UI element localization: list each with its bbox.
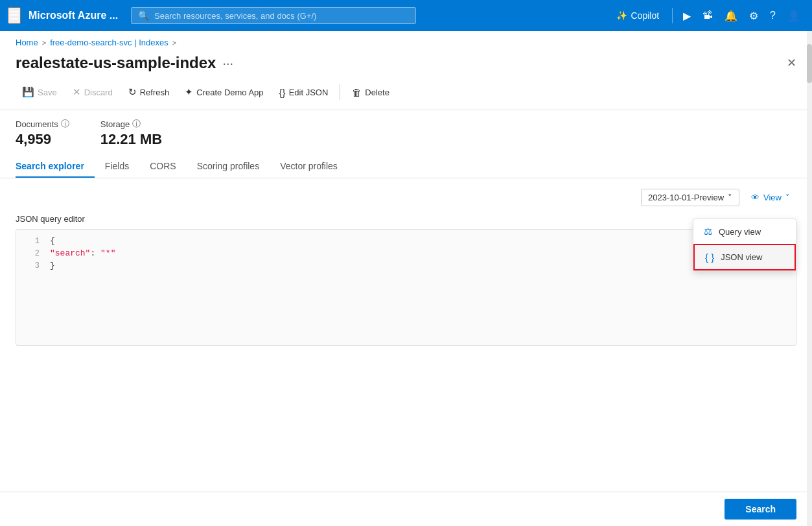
tab-vector-profiles[interactable]: Vector profiles	[270, 156, 348, 178]
view-chevron-icon: ˅	[785, 193, 790, 202]
topbar: ☰ Microsoft Azure ... 🔍 ✨ Copilot ▶ 📽 🔔 …	[0, 0, 812, 31]
feedback-icon-btn[interactable]: 📽	[699, 6, 717, 25]
page-header: realestate-us-sample-index ··· ✕	[0, 51, 812, 77]
settings-icon-btn[interactable]: ⚙	[745, 6, 762, 26]
breadcrumb-home[interactable]: Home	[16, 38, 38, 47]
tabs: Search explorer Fields CORS Scoring prof…	[0, 150, 812, 178]
storage-value: 12.21 MB	[100, 131, 162, 148]
edit-json-button[interactable]: {} Edit JSON	[273, 83, 335, 102]
help-icon-btn[interactable]: ?	[766, 6, 780, 25]
terminal-icon-btn[interactable]: ▶	[679, 6, 695, 26]
bottom-bar: Search	[0, 492, 812, 526]
storage-label: Storage	[100, 119, 130, 129]
breadcrumb: Home > free-demo-search-svc | Indexes >	[0, 31, 812, 51]
storage-stat: Storage ⓘ 12.21 MB	[100, 118, 162, 148]
documents-stat: Documents ⓘ 4,959	[16, 118, 69, 148]
discard-icon: ✕	[73, 86, 81, 98]
copilot-button[interactable]: ✨ Copilot	[610, 6, 666, 25]
create-demo-icon: ✦	[185, 86, 193, 98]
page-title-row: realestate-us-sample-index ···	[16, 54, 233, 72]
create-demo-app-button[interactable]: ✦ Create Demo App	[178, 82, 270, 102]
tab-scoring-profiles[interactable]: Scoring profiles	[187, 156, 270, 178]
topbar-icons: ✨ Copilot ▶ 📽 🔔 ⚙ ? 👤	[610, 6, 805, 26]
copilot-icon: ✨	[616, 10, 627, 21]
refresh-button[interactable]: ↻ Refresh	[122, 82, 176, 102]
app-title: Microsoft Azure ...	[29, 10, 118, 21]
edit-json-icon: {}	[279, 87, 286, 98]
dropdown-item-query-view[interactable]: ⚖ Query view	[693, 219, 796, 244]
discard-button[interactable]: ✕ Discard	[66, 82, 119, 102]
content-area: 2023-10-01-Preview ˅ 👁 View ˅ JSON query…	[0, 178, 812, 492]
dropdown-item-json-view[interactable]: { } JSON view	[693, 244, 796, 270]
refresh-icon: ↻	[128, 86, 137, 98]
code-line-2: 2 "search": "*"	[16, 247, 796, 259]
stats-row: Documents ⓘ 4,959 Storage ⓘ 12.21 MB	[0, 110, 812, 150]
page-title: realestate-us-sample-index	[16, 54, 216, 72]
delete-button[interactable]: 🗑 Delete	[345, 83, 396, 102]
editor-label: JSON query editor	[16, 214, 796, 224]
notifications-icon-btn[interactable]: 🔔	[721, 6, 741, 26]
view-label: View	[763, 193, 782, 202]
main-container: Home > free-demo-search-svc | Indexes > …	[0, 31, 812, 526]
delete-icon: 🗑	[352, 87, 362, 98]
chevron-down-icon: ˅	[728, 193, 732, 202]
search-button[interactable]: Search	[725, 499, 796, 520]
toolbar-separator	[340, 84, 340, 100]
dropdown-json-view-label: JSON view	[721, 252, 762, 262]
tab-fields[interactable]: Fields	[95, 156, 139, 178]
code-line-1: 1 {	[16, 235, 796, 247]
copilot-label: Copilot	[631, 10, 660, 21]
account-icon-btn[interactable]: 👤	[783, 6, 804, 26]
documents-value: 4,959	[16, 131, 69, 148]
search-icon: 🔍	[138, 10, 149, 21]
scrollbar-thumb[interactable]	[807, 44, 812, 83]
dropdown-query-view-label: Query view	[719, 227, 761, 237]
filter-icon: ⚖	[704, 226, 712, 237]
storage-info-icon[interactable]: ⓘ	[132, 118, 141, 130]
api-version-label: 2023-10-01-Preview	[648, 193, 724, 202]
close-button[interactable]: ✕	[787, 56, 796, 70]
save-icon: 💾	[22, 86, 34, 98]
json-editor[interactable]: 1 { 2 "search": "*" 3 }	[16, 229, 796, 346]
braces-icon: { }	[705, 252, 714, 263]
save-button[interactable]: 💾 Save	[16, 82, 64, 102]
code-line-3: 3 }	[16, 259, 796, 272]
tab-cors[interactable]: CORS	[139, 156, 186, 178]
documents-label: Documents	[16, 119, 58, 129]
toolbar: 💾 Save ✕ Discard ↻ Refresh ✦ Create Demo…	[0, 77, 812, 110]
global-search[interactable]: 🔍	[131, 7, 416, 24]
api-version-select[interactable]: 2023-10-01-Preview ˅	[641, 189, 739, 206]
breadcrumb-sep-2: >	[172, 39, 176, 47]
breadcrumb-sep-1: >	[42, 39, 46, 47]
toolbar-row-2: 2023-10-01-Preview ˅ 👁 View ˅	[16, 189, 796, 206]
topbar-divider-1	[672, 8, 673, 23]
view-icon: 👁	[751, 193, 760, 202]
view-button[interactable]: 👁 View ˅	[745, 189, 796, 206]
documents-info-icon[interactable]: ⓘ	[61, 118, 69, 130]
tab-search-explorer[interactable]: Search explorer	[16, 156, 95, 178]
page-options-button[interactable]: ···	[222, 56, 233, 71]
dropdown-menu: ⚖ Query view { } JSON view	[693, 219, 796, 271]
breadcrumb-parent[interactable]: free-demo-search-svc | Indexes	[50, 38, 168, 47]
hamburger-menu[interactable]: ☰	[8, 7, 21, 24]
global-search-input[interactable]	[154, 11, 409, 21]
